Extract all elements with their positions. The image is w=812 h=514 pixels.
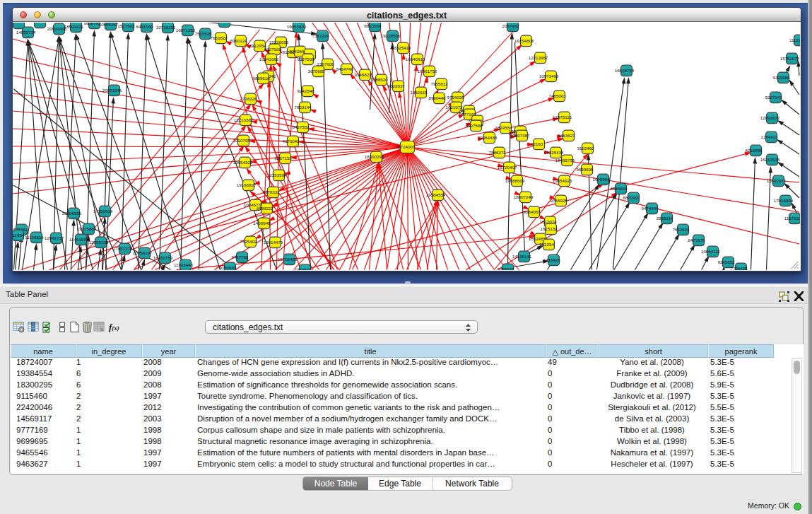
svg-text:16640910: 16640910 xyxy=(406,57,425,62)
svg-text:8678332: 8678332 xyxy=(262,189,280,194)
svg-text:10025438: 10025438 xyxy=(544,150,564,155)
svg-text:18724007: 18724007 xyxy=(396,144,416,149)
svg-text:6466160: 6466160 xyxy=(136,24,153,29)
svg-text:14055724: 14055724 xyxy=(16,30,36,35)
svg-text:3675685: 3675685 xyxy=(307,69,325,74)
svg-text:7625402: 7625402 xyxy=(240,239,257,244)
svg-text:20206556: 20206556 xyxy=(62,211,82,216)
svg-text:9463627: 9463627 xyxy=(558,133,575,138)
svg-text:7803144: 7803144 xyxy=(294,105,312,110)
svg-text:7357224: 7357224 xyxy=(312,33,329,38)
svg-text:14136141: 14136141 xyxy=(512,254,532,259)
svg-text:18495756: 18495756 xyxy=(555,158,575,163)
svg-text:1010755: 1010755 xyxy=(233,138,250,143)
svg-text:7515526: 7515526 xyxy=(194,31,212,36)
svg-text:8471676: 8471676 xyxy=(688,238,705,243)
svg-text:19975887: 19975887 xyxy=(77,226,97,231)
svg-text:10807487: 10807487 xyxy=(510,133,530,138)
svg-text:9327509: 9327509 xyxy=(297,57,314,62)
svg-text:1588520: 1588520 xyxy=(370,77,388,82)
svg-text:9327508: 9327508 xyxy=(264,47,281,52)
svg-text:18500421: 18500421 xyxy=(64,24,84,29)
svg-text:10719155: 10719155 xyxy=(156,25,176,30)
svg-text:9242848: 9242848 xyxy=(297,88,314,93)
svg-text:15751074: 15751074 xyxy=(780,56,800,61)
svg-text:7485003: 7485003 xyxy=(548,93,566,98)
svg-text:9329966: 9329966 xyxy=(772,75,790,80)
svg-text:9084067: 9084067 xyxy=(523,209,541,214)
svg-text:11923448: 11923448 xyxy=(174,262,194,267)
svg-text:12213967: 12213967 xyxy=(529,55,548,60)
svg-text:9150643: 9150643 xyxy=(219,265,237,270)
svg-text:17016504: 17016504 xyxy=(774,198,794,203)
svg-text:10543362: 10543362 xyxy=(259,57,279,62)
svg-text:16671355: 16671355 xyxy=(176,28,196,33)
svg-text:7886372: 7886372 xyxy=(488,150,506,155)
svg-text:19654925: 19654925 xyxy=(233,160,253,165)
svg-text:3911954: 3911954 xyxy=(13,233,25,238)
svg-text:8813054: 8813054 xyxy=(364,23,382,28)
svg-text:12942737: 12942737 xyxy=(45,235,64,240)
svg-text:19654923: 19654923 xyxy=(553,178,572,183)
svg-text:19166827: 19166827 xyxy=(237,182,257,187)
svg-text:9756928: 9756928 xyxy=(550,198,567,203)
svg-text:10655267: 10655267 xyxy=(99,23,119,27)
svg-text:1409948: 1409948 xyxy=(253,221,271,226)
svg-text:9245652: 9245652 xyxy=(717,259,735,264)
svg-text:12353594: 12353594 xyxy=(267,173,287,177)
svg-text:20053346: 20053346 xyxy=(102,88,122,93)
svg-text:8267153: 8267153 xyxy=(274,156,292,160)
svg-text:10654112: 10654112 xyxy=(701,249,721,254)
svg-text:1733426: 1733426 xyxy=(543,257,560,262)
svg-text:3498222: 3498222 xyxy=(256,206,273,211)
svg-text:9356572: 9356572 xyxy=(497,267,514,270)
svg-text:15720407: 15720407 xyxy=(498,165,517,170)
svg-text:18300295: 18300295 xyxy=(365,154,384,159)
svg-text:6497568: 6497568 xyxy=(465,123,483,128)
svg-text:17359924: 17359924 xyxy=(93,209,113,214)
svg-text:9115460: 9115460 xyxy=(577,146,594,151)
svg-text:19384554: 19384554 xyxy=(426,192,446,197)
svg-text:8454749: 8454749 xyxy=(336,66,353,71)
svg-text:4170043: 4170043 xyxy=(282,139,300,144)
svg-text:1112345: 1112345 xyxy=(789,37,800,42)
svg-text:7243541: 7243541 xyxy=(294,267,312,270)
svg-text:7736425: 7736425 xyxy=(730,266,748,270)
svg-text:17957273: 17957273 xyxy=(113,246,133,251)
svg-text:8960124: 8960124 xyxy=(230,38,247,43)
svg-text:9699695: 9699695 xyxy=(576,167,594,172)
svg-text:8990448: 8990448 xyxy=(428,95,446,100)
svg-text:15716485: 15716485 xyxy=(278,257,298,262)
svg-text:20364436: 20364436 xyxy=(478,135,498,140)
svg-text:16648784: 16648784 xyxy=(615,68,635,73)
svg-text:7955812: 7955812 xyxy=(430,81,448,86)
svg-text:6879197: 6879197 xyxy=(623,195,640,200)
svg-text:8427552: 8427552 xyxy=(292,124,310,129)
svg-text:8938923: 8938923 xyxy=(610,186,628,191)
svg-text:16210643: 16210643 xyxy=(760,157,780,162)
svg-text:16053809: 16053809 xyxy=(287,24,307,29)
svg-text:9227343: 9227343 xyxy=(765,95,782,100)
svg-text:1167533: 1167533 xyxy=(784,216,800,221)
svg-text:16782759: 16782759 xyxy=(153,255,173,260)
svg-text:1615132: 1615132 xyxy=(540,226,558,231)
svg-text:11156829: 11156829 xyxy=(25,235,44,240)
svg-text:9794028: 9794028 xyxy=(447,95,464,100)
svg-text:10973493: 10973493 xyxy=(539,74,559,78)
svg-text:12975115: 12975115 xyxy=(553,115,572,119)
svg-text:10958107: 10958107 xyxy=(133,250,153,255)
svg-text:1244413: 1244413 xyxy=(760,134,778,139)
svg-text:8322037: 8322037 xyxy=(387,83,405,88)
svg-text:8215955: 8215955 xyxy=(745,148,763,153)
svg-text:19218506: 19218506 xyxy=(381,33,401,38)
svg-text:16961758: 16961758 xyxy=(418,69,437,74)
svg-text:62160: 62160 xyxy=(531,141,543,146)
svg-text:1527602: 1527602 xyxy=(117,23,135,28)
svg-text:12093872: 12093872 xyxy=(760,115,780,120)
svg-text:9457791: 9457791 xyxy=(231,255,249,259)
svg-text:7632621: 7632621 xyxy=(672,227,690,232)
svg-text:2087682: 2087682 xyxy=(502,23,519,28)
svg-text:13325419: 13325419 xyxy=(392,45,411,50)
svg-text:12505135: 12505135 xyxy=(89,240,109,245)
svg-text:12213382: 12213382 xyxy=(234,117,254,122)
